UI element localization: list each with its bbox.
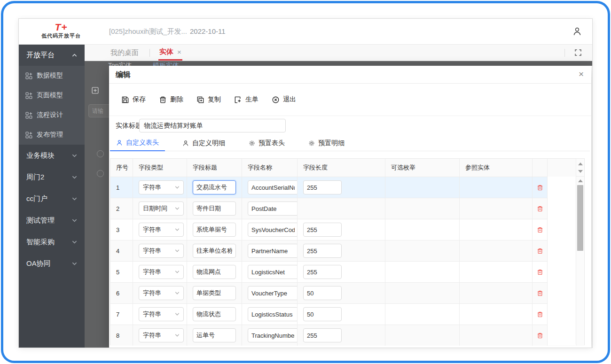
- scroll-down-icon[interactable]: [578, 170, 583, 173]
- table-row[interactable]: 6 字符串: [110, 282, 584, 303]
- sidebar-item-数据模型[interactable]: 数据模型: [19, 66, 85, 85]
- field-type-select[interactable]: 字符串: [139, 286, 184, 300]
- exit-button[interactable]: 退出: [272, 95, 296, 104]
- field-title-input[interactable]: [193, 307, 236, 321]
- cell-optional-enum: [385, 262, 460, 282]
- field-name-input[interactable]: [248, 286, 298, 300]
- trash-icon: [159, 96, 167, 104]
- sidebar-group-cc门户[interactable]: cc门户: [19, 188, 85, 209]
- field-title-input[interactable]: [193, 223, 236, 237]
- tab-my-desktop[interactable]: 我的桌面: [110, 48, 139, 57]
- column-header: 序号: [110, 159, 133, 177]
- field-name-input[interactable]: [248, 328, 298, 342]
- field-title-input[interactable]: [193, 286, 236, 300]
- tab-custom-detail[interactable]: 自定义明细: [176, 135, 231, 151]
- close-icon[interactable]: ×: [579, 69, 584, 79]
- tab-preset-detail[interactable]: 预置明细: [302, 135, 351, 151]
- field-type-select[interactable]: 字符串: [139, 328, 184, 342]
- table-row[interactable]: 7 字符串: [110, 303, 584, 325]
- field-length-input[interactable]: [303, 286, 342, 300]
- cell-reference-entity: [460, 177, 533, 198]
- field-length-input[interactable]: [303, 180, 342, 194]
- entity-title-input[interactable]: [139, 119, 286, 132]
- delete-row-icon[interactable]: [537, 332, 543, 339]
- delete-row-icon[interactable]: [537, 248, 543, 255]
- field-type-select[interactable]: 字符串: [139, 244, 184, 258]
- field-length-input[interactable]: [303, 223, 342, 237]
- screenshot-root: T+ 低代码开放平台 [025]zhouxih测试_开发... 2022-10-…: [0, 0, 611, 364]
- delete-button[interactable]: 删除: [159, 95, 183, 104]
- field-title-input[interactable]: [193, 328, 236, 342]
- sidebar-group-业务模块[interactable]: 业务模块: [19, 145, 85, 166]
- delete-row-icon[interactable]: [537, 205, 543, 212]
- dimmed-background-left: 请输: [85, 66, 110, 348]
- modal-tabs: 自定义表头 自定义明细 预置表头 预置明细: [110, 135, 590, 151]
- field-title-input[interactable]: [193, 244, 236, 258]
- sidebar-item-页面模型[interactable]: 页面模型: [19, 85, 85, 105]
- cell-field-length: [298, 177, 385, 198]
- field-title-input[interactable]: [193, 201, 236, 216]
- field-title-input[interactable]: [193, 265, 236, 279]
- cell-row-actions: [533, 219, 548, 240]
- sidebar-group-OA协同[interactable]: OA协同: [19, 253, 85, 274]
- cell-reference-entity: [460, 219, 533, 240]
- modal-header: 编辑 ×: [109, 66, 591, 84]
- sidebar-group-platform[interactable]: 开放平台: [19, 45, 85, 66]
- tab-entity[interactable]: 实体 ×: [158, 45, 182, 61]
- copy-button[interactable]: 复制: [196, 95, 221, 104]
- tab-custom-header[interactable]: 自定义表头: [110, 135, 165, 151]
- field-type-select[interactable]: 字符串: [139, 265, 184, 279]
- field-type-select[interactable]: 字符串: [139, 223, 184, 237]
- field-name-input[interactable]: [248, 201, 298, 216]
- table-row[interactable]: 3 字符串: [110, 219, 584, 240]
- background-circle-icon: [97, 150, 104, 157]
- field-type-select[interactable]: 字符串: [139, 180, 184, 194]
- table-row[interactable]: 1 字符串: [110, 177, 584, 198]
- delete-row-icon[interactable]: [537, 226, 543, 233]
- field-name-input[interactable]: [248, 180, 298, 194]
- table-row[interactable]: 8 字符串: [110, 325, 584, 346]
- field-name-input[interactable]: [248, 223, 298, 237]
- cell-field-type: 字符串: [133, 325, 187, 346]
- sidebar-item-流程设计[interactable]: 流程设计: [19, 105, 85, 125]
- field-length-input[interactable]: [303, 307, 342, 321]
- chevron-down-icon: [175, 227, 180, 232]
- user-icon[interactable]: [572, 27, 582, 36]
- scroll-up-icon[interactable]: [578, 179, 583, 182]
- fullscreen-icon[interactable]: [574, 49, 582, 56]
- field-length-input[interactable]: [303, 265, 342, 279]
- sidebar-group-周门2[interactable]: 周门2: [19, 166, 85, 188]
- field-title-input[interactable]: [193, 180, 236, 194]
- field-type-select[interactable]: 字符串: [139, 307, 184, 321]
- sidebar-item-label: 数据模型: [37, 71, 63, 80]
- grid-scrollbar[interactable]: [576, 159, 584, 345]
- field-length-input[interactable]: [303, 328, 342, 342]
- generate-order-button[interactable]: 生单: [234, 95, 258, 104]
- column-header: 字段长度: [298, 159, 385, 177]
- save-button[interactable]: 保存: [121, 95, 146, 104]
- delete-row-icon[interactable]: [537, 311, 543, 318]
- sidebar-item-发布管理[interactable]: 发布管理: [19, 125, 85, 145]
- field-name-input[interactable]: [248, 244, 298, 258]
- delete-row-icon[interactable]: [537, 290, 543, 297]
- sidebar-group-测试管理[interactable]: 测试管理: [19, 209, 85, 231]
- exit-label: 退出: [283, 95, 296, 104]
- field-name-input[interactable]: [248, 307, 298, 321]
- tab-close-icon[interactable]: ×: [177, 48, 181, 56]
- scrollbar-thumb[interactable]: [577, 185, 583, 251]
- tab-preset-header[interactable]: 预置表头: [243, 135, 291, 151]
- tab-custom-detail-label: 自定义明细: [192, 139, 225, 147]
- sidebar-group-智能采购[interactable]: 智能采购: [19, 231, 85, 253]
- table-row[interactable]: 4 字符串: [110, 240, 584, 261]
- field-type-select[interactable]: 日期时间: [139, 201, 184, 216]
- delete-row-icon[interactable]: [537, 184, 543, 191]
- save-label: 保存: [133, 95, 146, 104]
- delete-row-icon[interactable]: [537, 269, 543, 276]
- chevron-down-icon: [175, 185, 180, 190]
- field-name-input[interactable]: [248, 265, 298, 279]
- field-length-input[interactable]: [303, 244, 342, 258]
- table-row[interactable]: 2 日期时间: [110, 198, 584, 219]
- table-row[interactable]: 5 字符串: [110, 261, 584, 282]
- column-header: 字段标题: [187, 159, 242, 177]
- scroll-up-icon[interactable]: [578, 163, 583, 165]
